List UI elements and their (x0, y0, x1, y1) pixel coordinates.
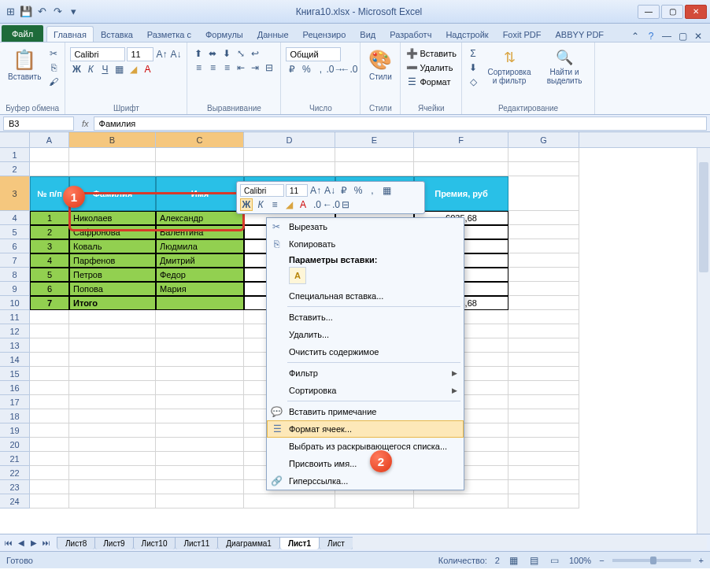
sheet-tab[interactable]: Лист (319, 537, 353, 549)
cell[interactable] (414, 162, 508, 176)
row-header[interactable]: 17 (0, 395, 30, 409)
cell[interactable] (508, 225, 579, 239)
qat-dropdown-icon[interactable]: ▾ (66, 5, 80, 19)
sheet-last-icon[interactable]: ⏭ (41, 538, 52, 549)
cell[interactable] (414, 494, 508, 508)
menu-paste-special[interactable]: Специальная вставка... (267, 287, 464, 305)
cell[interactable] (244, 494, 335, 508)
cell[interactable] (508, 494, 579, 508)
tab-review[interactable]: Рецензиро (296, 26, 353, 42)
row-header[interactable]: 4 (0, 211, 30, 225)
view-break-icon[interactable]: ▭ (549, 554, 561, 567)
format-painter-icon[interactable]: 🖌 (47, 76, 60, 88)
cell[interactable]: Мария (156, 282, 244, 296)
copy-icon[interactable]: ⎘ (47, 61, 60, 74)
sheet-tab[interactable]: Лист11 (175, 537, 218, 549)
cell[interactable] (69, 338, 156, 353)
formula-input[interactable]: Фамилия (94, 116, 707, 131)
sheet-tab-active[interactable]: Лист1 (279, 537, 320, 549)
font-color-button[interactable]: A (141, 63, 153, 76)
menu-sort[interactable]: Сортировка▶ (267, 382, 464, 399)
cell[interactable] (69, 381, 156, 395)
cell[interactable] (69, 310, 156, 324)
cell[interactable] (335, 162, 414, 176)
row-header[interactable]: 23 (0, 480, 30, 494)
align-bottom-icon[interactable]: ⬇ (220, 47, 233, 60)
cell[interactable] (156, 148, 244, 162)
cell[interactable] (30, 480, 69, 494)
cell[interactable]: Итого (69, 296, 156, 310)
undo-icon[interactable]: ↶ (35, 5, 49, 19)
merge-icon[interactable]: ⊟ (263, 61, 275, 74)
tab-home[interactable]: Главная (46, 26, 94, 42)
zoom-minus[interactable]: − (599, 556, 604, 565)
zoom-plus[interactable]: + (699, 556, 704, 565)
cell[interactable] (69, 162, 156, 176)
row-header[interactable]: 19 (0, 423, 30, 438)
vertical-scrollbar[interactable] (697, 148, 710, 534)
ribbon-min-icon[interactable]: — (661, 31, 672, 42)
sheet-tab[interactable]: Лист8 (57, 537, 95, 549)
row-header[interactable]: 24 (0, 494, 30, 508)
cell[interactable] (508, 338, 579, 353)
cell[interactable] (69, 480, 156, 494)
ribbon-close-icon[interactable]: ✕ (693, 31, 704, 42)
row-header[interactable]: 6 (0, 239, 30, 253)
cell[interactable] (69, 367, 156, 381)
cell[interactable]: Сафронова (69, 225, 156, 239)
percent-icon[interactable]: % (300, 63, 312, 76)
row-header[interactable]: 2 (0, 162, 30, 176)
row-header[interactable]: 15 (0, 367, 30, 381)
cell[interactable] (244, 148, 335, 162)
col-header-e[interactable]: E (335, 132, 414, 147)
number-format-combo[interactable]: Общий (286, 47, 341, 61)
cell[interactable] (30, 452, 69, 466)
cell[interactable] (508, 176, 579, 211)
select-all-corner[interactable] (0, 132, 30, 148)
col-header-b[interactable]: B (69, 132, 156, 147)
find-select-button[interactable]: 🔍 Найти и выделить (539, 47, 590, 87)
align-center-icon[interactable]: ≡ (206, 61, 219, 74)
inc-decimal-icon[interactable]: .0→ (328, 63, 341, 76)
cell[interactable]: Коваль (69, 239, 156, 253)
underline-button[interactable]: Ч (98, 63, 111, 76)
mini-dec-dec-icon[interactable]: ←.0 (325, 198, 338, 211)
mini-percent-icon[interactable]: % (352, 184, 364, 197)
indent-inc-icon[interactable]: ⇥ (249, 61, 261, 74)
cell[interactable]: Валентина (156, 225, 244, 239)
mini-align-icon[interactable]: ≡ (268, 198, 281, 211)
cell[interactable] (508, 253, 579, 268)
cell[interactable] (156, 409, 244, 423)
cell[interactable] (69, 438, 156, 452)
cell[interactable] (508, 367, 579, 381)
minimize-ribbon-icon[interactable]: ⌃ (630, 31, 641, 42)
tab-formulas[interactable]: Формулы (198, 26, 250, 42)
cell[interactable] (156, 423, 244, 438)
menu-comment[interactable]: 💬Вставить примечание (267, 403, 464, 420)
save-icon[interactable]: 💾 (19, 5, 33, 19)
cell[interactable] (30, 466, 69, 480)
align-middle-icon[interactable]: ⬌ (206, 47, 219, 60)
col-header-g[interactable]: G (508, 132, 579, 147)
horizontal-scrollbar[interactable] (353, 536, 707, 549)
cell[interactable]: 3 (30, 239, 69, 253)
cell[interactable]: 1 (30, 211, 69, 225)
cell[interactable] (508, 353, 579, 367)
cell[interactable] (30, 381, 69, 395)
close-button[interactable]: ✕ (685, 5, 707, 19)
row-header[interactable]: 20 (0, 438, 30, 452)
cell[interactable] (508, 211, 579, 225)
row-header[interactable]: 18 (0, 409, 30, 423)
col-header-d[interactable]: D (244, 132, 335, 147)
cell[interactable]: Парфенов (69, 253, 156, 268)
row-header[interactable]: 16 (0, 381, 30, 395)
fx-button[interactable]: fx (77, 119, 94, 128)
cell[interactable]: 7 (30, 296, 69, 310)
menu-hyperlink[interactable]: 🔗Гиперссылка... (267, 472, 464, 490)
cell[interactable] (508, 148, 579, 162)
cell[interactable]: Людмила (156, 239, 244, 253)
cell[interactable] (156, 353, 244, 367)
delete-cells-icon[interactable]: ➖ (405, 61, 418, 74)
mini-fill-icon[interactable]: ◢ (283, 198, 295, 211)
fill-icon[interactable]: ⬇ (467, 61, 479, 74)
